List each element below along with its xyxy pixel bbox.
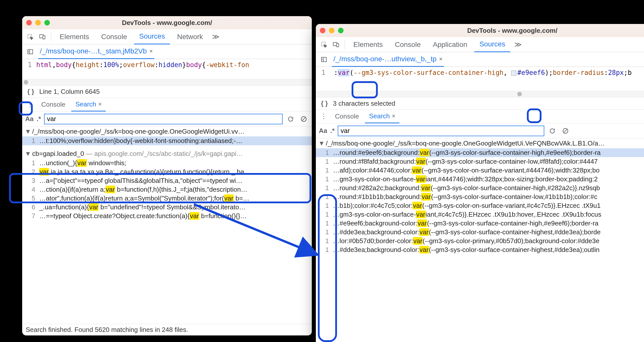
minimize-window-icon[interactable] xyxy=(35,20,41,25)
search-result-row[interactable]: 2var ia,ja,la,sa,ta,xa,ya,Ba;_.ca=functi… xyxy=(22,167,312,176)
drawer-tab-console[interactable]: Console xyxy=(37,98,69,111)
tab-elements[interactable]: Elements xyxy=(55,29,94,44)
search-result-row[interactable]: 1…#dde3ea;background-color:var(--gm3-sys… xyxy=(316,228,644,237)
device-icon[interactable] xyxy=(37,32,47,42)
drawer-menu-icon[interactable]: ⋮ xyxy=(318,112,329,120)
result-line-number: 6 xyxy=(25,203,35,211)
regex-toggle[interactable]: .* xyxy=(330,127,334,135)
close-icon[interactable]: × xyxy=(149,48,153,55)
tab-sources[interactable]: Sources xyxy=(474,37,510,52)
refresh-icon[interactable] xyxy=(286,114,296,124)
tab-sources[interactable]: Sources xyxy=(134,29,170,44)
result-snippet: …==typeof Object.create?Object.create:fu… xyxy=(39,212,309,220)
horizontal-scrollbar[interactable] xyxy=(22,79,312,85)
result-snippet: …gm3-sys-color-on-surface-variant,#44474… xyxy=(333,175,644,183)
disclosure-triangle-icon[interactable]: ▼ xyxy=(318,139,325,147)
code-editor[interactable]: 1 html,body{height:100%;overflow:hidden}… xyxy=(22,59,312,79)
result-file-header[interactable]: ▼/_/mss/boq-one-google/_/ss/k=boq-one-go… xyxy=(22,127,312,136)
result-snippet: …unction(_){var window=this; xyxy=(39,159,309,167)
device-icon[interactable] xyxy=(331,40,341,50)
clear-icon[interactable] xyxy=(299,114,309,124)
result-line-number: 1 xyxy=(318,211,329,218)
result-line-number: 1 xyxy=(318,246,329,254)
search-result-row[interactable]: 1…b1b);color:#c4c7c5;color:var(--gm3-sys… xyxy=(316,201,644,210)
tab-network[interactable]: Network xyxy=(172,29,208,44)
clear-icon[interactable] xyxy=(560,126,570,136)
drawer-tab-label: Search xyxy=(369,112,390,120)
search-result-row[interactable]: 7…==typeof Object.create?Object.create:f… xyxy=(22,212,312,220)
drawer-menu-icon[interactable]: ⋮ xyxy=(25,101,35,108)
result-line-number: 1 xyxy=(318,237,329,245)
color-swatch-icon xyxy=(511,71,516,76)
search-input[interactable] xyxy=(338,126,544,136)
navigator-toggle-icon[interactable] xyxy=(319,54,329,65)
tab-elements[interactable]: Elements xyxy=(348,37,388,52)
search-result-row[interactable]: 1…gm3-sys-color-on-surface-variant,#4447… xyxy=(316,175,644,184)
search-result-row[interactable]: 1…#e9eef6;background-color:var(--gm3-sys… xyxy=(316,219,644,228)
titlebar-right: DevTools - www.google.com/ xyxy=(316,24,644,37)
result-file-name: cb=gapi.loaded_0 xyxy=(32,150,84,157)
minimize-window-icon[interactable] xyxy=(329,28,334,33)
refresh-icon[interactable] xyxy=(547,126,557,136)
format-icon[interactable]: { } xyxy=(26,87,36,97)
search-result-row[interactable]: 1…lor:#0b57d0;border-color:var(--gm3-sys… xyxy=(316,237,644,245)
titlebar-left: DevTools - www.google.com/ xyxy=(22,16,312,29)
search-result-row[interactable]: 5…ator",function(a){if(a)return a;a=Symb… xyxy=(22,194,312,203)
result-file-origin: apis.google.com/_/scs/abc-static/_/js/k=… xyxy=(94,150,243,157)
zoom-window-icon[interactable] xyxy=(338,28,344,33)
search-result-row[interactable]: 3…a=["object"==typeof globalThis&&global… xyxy=(22,176,312,185)
search-result-row[interactable]: 1…afd);color:#444746;color:var(--gm3-sys… xyxy=(316,166,644,175)
inspect-icon[interactable] xyxy=(319,40,329,50)
close-window-icon[interactable] xyxy=(26,20,32,25)
result-snippet: …#e9eef6;background-color:var(--gm3-sys-… xyxy=(333,219,644,227)
match-case-toggle[interactable]: Aa xyxy=(319,127,327,135)
tab-console[interactable]: Console xyxy=(96,29,132,44)
inspect-icon[interactable] xyxy=(25,32,35,42)
search-result-row[interactable]: 1…round:#282a2c;background:var(--gm3-sys… xyxy=(316,184,644,192)
search-result-row[interactable]: 1…unction(_){var window=this; xyxy=(22,159,312,167)
search-result-row[interactable]: 1…t:100%;overflow:hidden}body{-webkit-fo… xyxy=(22,136,312,145)
code-editor[interactable]: 1 :var(--gm3-sys-color-surface-container… xyxy=(316,67,644,91)
disclosure-triangle-icon[interactable]: ▼ xyxy=(25,128,31,135)
result-snippet: var ia,ja,la,sa,ta,xa,ya,Ba;_.ca=functio… xyxy=(39,168,309,176)
result-line-number: 1 xyxy=(318,219,329,227)
drawer-tabs: ⋮ Console Search × xyxy=(22,98,312,111)
drawer-tab-search[interactable]: Search × xyxy=(71,98,106,111)
match-case-toggle[interactable]: Aa xyxy=(25,115,33,123)
svg-rect-2 xyxy=(43,36,45,39)
zoom-window-icon[interactable] xyxy=(44,20,50,25)
tabs-overflow[interactable]: ≫ xyxy=(512,37,524,52)
disclosure-triangle-icon[interactable]: ▼ xyxy=(25,150,31,157)
search-result-row[interactable]: 1…round:#1b1b1b;background:var(--gm3-sys… xyxy=(316,192,644,201)
regex-toggle[interactable]: .* xyxy=(37,115,41,123)
result-file-header[interactable]: ▼cb=gapi.loaded_0 — apis.google.com/_/sc… xyxy=(22,149,312,159)
search-result-row[interactable]: 1…gm3-sys-color-on-surface-variant,#c4c7… xyxy=(316,210,644,219)
search-input[interactable] xyxy=(44,114,283,124)
result-snippet: _.ua=function(a){var b="undefined"!=type… xyxy=(39,203,309,211)
search-result-row[interactable]: 1…round:#f8fafd;background:var(--gm3-sys… xyxy=(316,157,644,166)
tabs-overflow[interactable]: ≫ xyxy=(210,29,221,44)
tab-console[interactable]: Console xyxy=(390,37,426,52)
close-icon[interactable]: × xyxy=(439,55,443,63)
breakpoint-dot-icon xyxy=(24,80,28,84)
navigator-toggle-icon[interactable] xyxy=(25,47,35,57)
search-result-row[interactable]: 4…ction(a){if(a)return a;var b=function(… xyxy=(22,185,312,194)
format-icon[interactable]: { } xyxy=(319,98,329,108)
close-icon[interactable]: × xyxy=(392,112,395,120)
search-result-row[interactable]: 6_.ua=function(a){var b="undefined"!=typ… xyxy=(22,203,312,212)
search-result-row[interactable]: 1…#dde3ea;background-color:var(--gm3-sys… xyxy=(316,245,644,254)
close-window-icon[interactable] xyxy=(320,28,325,33)
tab-application[interactable]: Application xyxy=(428,37,472,52)
drawer-tab-search[interactable]: Search × xyxy=(365,110,399,123)
file-tab[interactable]: /_/mss/boq-one-…t,_stam,jMb2Vb × xyxy=(38,44,154,59)
search-bar: Aa .* xyxy=(316,123,644,138)
search-result-row[interactable]: 1…round:#e9eef6;background:var(--gm3-sys… xyxy=(316,148,644,157)
result-snippet: …round:#e9eef6;background:var(--gm3-sys-… xyxy=(333,149,644,157)
file-tab[interactable]: /_/mss/boq-one-…uthview,_b,_tp × xyxy=(332,52,444,67)
close-icon[interactable]: × xyxy=(98,101,102,108)
result-file-header[interactable]: ▼/_/mss/boq-one-google/_/ss/k=boq-one-go… xyxy=(316,138,644,148)
drawer-tab-console[interactable]: Console xyxy=(331,110,363,123)
result-line-number: 2 xyxy=(25,168,35,176)
result-file-path: /_/mss/boq-one-google/_/ss/k=boq-one-goo… xyxy=(326,139,605,147)
horizontal-scrollbar[interactable] xyxy=(316,91,644,97)
